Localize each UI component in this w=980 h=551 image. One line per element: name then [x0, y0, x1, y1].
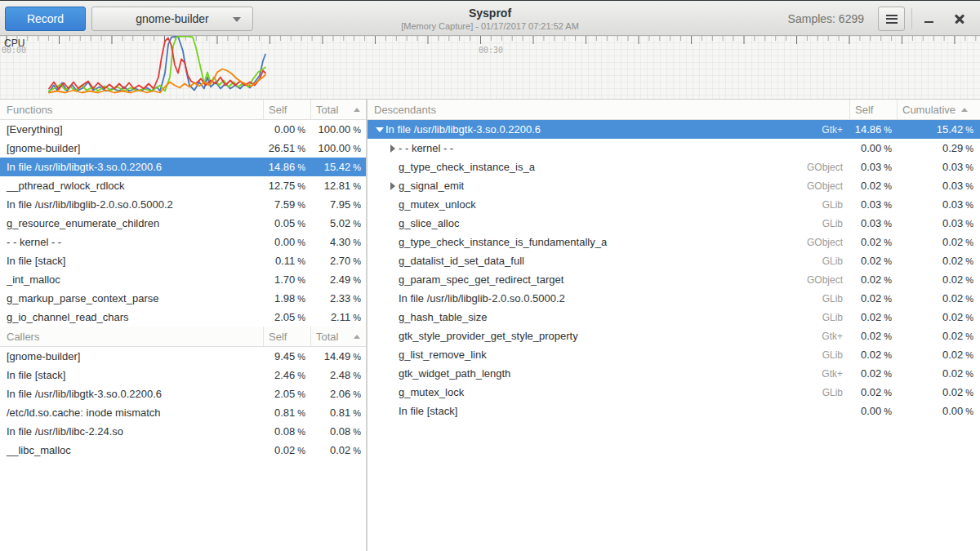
table-row[interactable]: [gnome-builder]26.51%100.00%: [0, 139, 366, 158]
function-name: g_io_channel_read_chars: [0, 311, 263, 323]
descendant-name-cell: In file [stack]: [368, 405, 849, 417]
percent-value: 0.02%: [849, 273, 897, 286]
process-selector-dropdown[interactable]: gnome-builder: [91, 7, 253, 31]
table-row[interactable]: In file [stack]2.46%2.48%: [0, 366, 366, 384]
percent-value: 0.08%: [263, 425, 310, 438]
tree-row[interactable]: In file /usr/lib/libgtk-3.so.0.2200.6Gtk…: [368, 120, 980, 139]
percent-value: 0.02%: [897, 367, 980, 380]
percent-value: 14.86%: [263, 161, 310, 173]
expander-spacer: [387, 312, 399, 323]
descendant-name-cell: g_list_remove_linkGLib: [368, 349, 849, 361]
callers-total-column-header[interactable]: Total: [310, 327, 366, 346]
minimize-button[interactable]: [916, 1, 941, 37]
percent-value: 0.02%: [849, 330, 897, 342]
record-button[interactable]: Record: [5, 7, 86, 31]
tree-row[interactable]: g_hash_table_sizeGLib0.02%0.02%: [368, 308, 980, 327]
headerbar-separator: [911, 8, 912, 29]
sort-ascending-icon: [354, 335, 360, 339]
functions-self-column-header[interactable]: Self: [263, 100, 310, 119]
tree-row[interactable]: g_slice_allocGLib0.03%0.03%: [368, 214, 980, 233]
tree-row[interactable]: g_list_remove_linkGLib0.02%0.02%: [368, 345, 980, 364]
tree-row[interactable]: In file [stack]0.00%0.00%: [368, 402, 980, 420]
descendants-column-header[interactable]: Descendants: [368, 100, 849, 119]
table-row[interactable]: In file /usr/lib/libc-2.24.so0.08%0.08%: [0, 422, 366, 441]
percent-value: 0.02%: [849, 236, 897, 248]
timeline-label: 00:30: [479, 46, 503, 55]
descendant-name-cell: gtk_style_provider_get_style_propertyGtk…: [368, 330, 849, 342]
function-name: In file [stack]: [0, 255, 263, 267]
library-tag: GObject: [807, 180, 849, 192]
library-tag: GObject: [807, 274, 849, 286]
library-tag: GLib: [822, 312, 849, 323]
tree-row[interactable]: g_param_spec_get_redirect_targetGObject0…: [368, 270, 980, 289]
library-tag: GLib: [822, 349, 849, 361]
callers-header: Callers Self Total: [0, 327, 366, 347]
percent-value: 9.45%: [263, 350, 310, 362]
expander-spacer: [387, 406, 399, 417]
percent-value: 0.02%: [897, 386, 980, 398]
table-row[interactable]: In file [stack]0.11%2.70%: [0, 251, 366, 270]
descendant-name: gtk_style_provider_get_style_property: [399, 330, 578, 342]
library-tag: Gtk+: [822, 331, 849, 342]
table-row[interactable]: g_resource_enumerate_children0.05%5.02%: [0, 214, 366, 233]
function-name: _int_malloc: [0, 273, 263, 286]
table-row[interactable]: g_markup_parse_context_parse1.98%2.33%: [0, 289, 366, 308]
close-button[interactable]: [947, 1, 972, 37]
function-name: - - kernel - -: [0, 236, 263, 248]
descendant-name: gtk_widget_path_length: [399, 367, 510, 380]
tree-row[interactable]: g_datalist_id_set_data_fullGLib0.02%0.02…: [368, 251, 980, 270]
descendant-name-cell: g_slice_allocGLib: [368, 217, 849, 229]
library-tag: GLib: [822, 218, 849, 229]
table-row[interactable]: In file /usr/lib/libgtk-3.so.0.2200.62.0…: [0, 384, 366, 403]
tree-row[interactable]: g_signal_emitGObject0.02%0.03%: [368, 176, 980, 195]
descendant-name: g_type_check_instance_is_fundamentally_a: [399, 236, 607, 248]
window-subtitle: [Memory Capture] - 01/17/2017 07:21:52 A…: [261, 20, 719, 32]
chevron-down-icon: [233, 17, 241, 22]
expander-open-icon[interactable]: [374, 124, 385, 136]
descendants-self-column-header[interactable]: Self: [849, 100, 897, 119]
table-row[interactable]: In file /usr/lib/libgtk-3.so.0.2200.614.…: [0, 158, 366, 176]
table-row[interactable]: __pthread_rwlock_rdlock12.75%12.81%: [0, 176, 366, 195]
tree-row[interactable]: gtk_style_provider_get_style_propertyGtk…: [368, 327, 980, 345]
descendant-name: In file /usr/lib/libglib-2.0.so.0.5000.2: [399, 292, 565, 304]
functions-column-header[interactable]: Functions: [0, 100, 263, 119]
tree-row[interactable]: g_type_check_instance_is_fundamentally_a…: [368, 233, 980, 251]
percent-value: 4.30%: [310, 236, 366, 248]
percent-value: 7.95%: [310, 198, 366, 211]
function-name: In file /usr/lib/libglib-2.0.so.0.5000.2: [0, 198, 263, 211]
tree-row[interactable]: In file /usr/lib/libglib-2.0.so.0.5000.2…: [368, 289, 980, 308]
percent-value: 26.51%: [263, 142, 310, 154]
table-row[interactable]: [Everything]0.00%100.00%: [0, 120, 366, 139]
functions-list: [Everything]0.00%100.00%[gnome-builder]2…: [0, 120, 366, 327]
descendants-cumulative-column-header[interactable]: Cumulative: [897, 100, 980, 119]
percent-value: 0.03%: [897, 180, 980, 192]
table-row[interactable]: /etc/ld.so.cache: inode mismatch0.81%0.8…: [0, 403, 366, 422]
cpu-usage-graph[interactable]: CPU 00:0000:30: [0, 36, 980, 100]
descendant-name-cell: - - kernel - -: [368, 142, 849, 154]
percent-value: 0.02%: [849, 180, 897, 192]
tree-row[interactable]: g_mutex_unlockGLib0.03%0.03%: [368, 195, 980, 214]
table-row[interactable]: __libc_malloc0.02%0.02%: [0, 441, 366, 460]
expander-closed-icon[interactable]: [387, 180, 399, 192]
table-row[interactable]: g_io_channel_read_chars2.05%2.11%: [0, 308, 366, 327]
functions-total-column-header[interactable]: Total: [310, 100, 366, 119]
table-row[interactable]: _int_malloc1.70%2.49%: [0, 270, 366, 289]
table-row[interactable]: - - kernel - -0.00%4.30%: [0, 233, 366, 251]
percent-value: 0.02%: [263, 444, 310, 456]
callers-column-header[interactable]: Callers: [0, 327, 263, 346]
function-name: [gnome-builder]: [0, 142, 263, 154]
percent-value: 0.02%: [897, 311, 980, 323]
tree-row[interactable]: g_mutex_lockGLib0.02%0.02%: [368, 383, 980, 402]
callers-self-column-header[interactable]: Self: [263, 327, 310, 346]
percent-value: 0.03%: [897, 198, 980, 211]
tree-row[interactable]: - - kernel - -0.00%0.29%: [368, 139, 980, 158]
table-row[interactable]: [gnome-builder]9.45%14.49%: [0, 347, 366, 366]
tree-row[interactable]: g_type_check_instance_is_aGObject0.03%0.…: [368, 158, 980, 176]
table-row[interactable]: In file /usr/lib/libglib-2.0.so.0.5000.2…: [0, 195, 366, 214]
function-name: In file /usr/lib/libc-2.24.so: [0, 425, 263, 438]
descendant-name-cell: g_signal_emitGObject: [368, 180, 849, 192]
tree-row[interactable]: gtk_widget_path_lengthGtk+0.02%0.02%: [368, 364, 980, 383]
expander-closed-icon[interactable]: [387, 143, 399, 154]
descendant-name-cell: g_param_spec_get_redirect_targetGObject: [368, 273, 849, 286]
menu-button[interactable]: [878, 7, 905, 31]
